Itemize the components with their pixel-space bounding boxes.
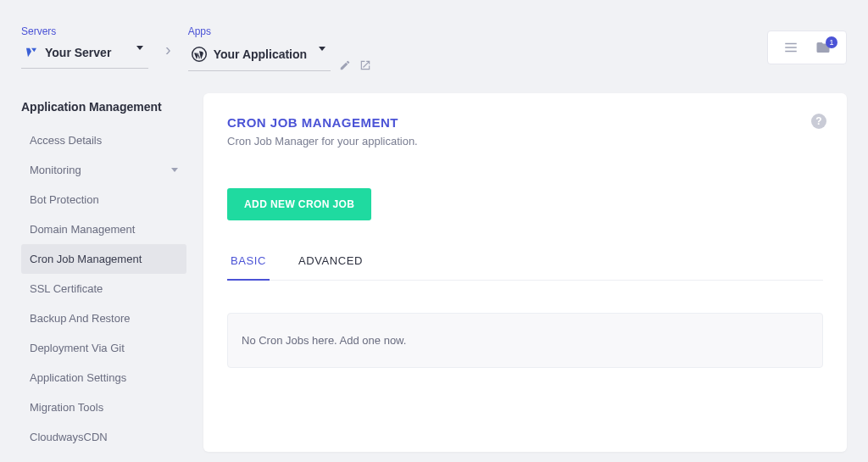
chevron-down-icon [171, 168, 178, 172]
sidebar-item-bot-protection[interactable]: Bot Protection [21, 185, 186, 214]
sidebar-item-label: Bot Protection [30, 193, 99, 206]
wordpress-icon [192, 47, 207, 62]
folder-notifications-icon[interactable]: 1 [815, 40, 831, 55]
sidebar-item-label: Migration Tools [30, 401, 103, 414]
app-tools [339, 59, 371, 71]
list-view-icon[interactable] [783, 40, 798, 55]
caret-down-icon [319, 47, 326, 51]
empty-state-message: No Cron Jobs here. Add one now. [242, 334, 406, 347]
sidebar-item-label: Cron Job Management [30, 253, 142, 265]
open-app-external-icon[interactable] [359, 59, 371, 71]
sidebar-item-application-settings[interactable]: Application Settings [21, 363, 186, 392]
servers-breadcrumb: Servers Your Server [21, 25, 148, 69]
sidebar: Application Management Access Details Mo… [21, 80, 186, 452]
tabs: BASIC ADVANCED [227, 254, 823, 281]
app-name: Your Application [214, 47, 307, 61]
server-name: Your Server [45, 46, 111, 59]
sidebar-item-migration-tools[interactable]: Migration Tools [21, 392, 186, 422]
sidebar-item-label: Monitoring [30, 164, 81, 176]
sidebar-item-deployment-git[interactable]: Deployment Via Git [21, 333, 186, 363]
caret-down-icon [136, 46, 143, 50]
sidebar-title: Application Management [21, 100, 186, 114]
sidebar-item-label: Deployment Via Git [30, 342, 125, 354]
card-subtitle: Cron Job Manager for your application. [227, 135, 823, 148]
card-title: CRON JOB MANAGEMENT [227, 115, 823, 130]
apps-label: Apps [188, 25, 371, 37]
help-icon[interactable]: ? [811, 114, 826, 129]
servers-label: Servers [21, 25, 148, 37]
breadcrumb-chevron-icon: › [165, 41, 171, 58]
breadcrumb-bar: Servers Your Server › Apps Your Applicat… [0, 0, 868, 80]
sidebar-item-cron-job-management[interactable]: Cron Job Management [21, 244, 186, 274]
server-selector[interactable]: Your Server [21, 42, 148, 69]
tab-advanced[interactable]: ADVANCED [295, 254, 366, 280]
sidebar-item-label: CloudwaysCDN [30, 431, 108, 443]
notification-badge: 1 [826, 36, 837, 48]
tab-basic[interactable]: BASIC [227, 254, 270, 281]
app-selector[interactable]: Your Application [188, 43, 331, 71]
apps-breadcrumb: Apps Your Application [188, 25, 371, 71]
sidebar-item-label: Backup And Restore [30, 312, 131, 325]
sidebar-item-backup-restore[interactable]: Backup And Restore [21, 303, 186, 333]
sidebar-item-ssl-certificate[interactable]: SSL Certificate [21, 274, 186, 303]
vultr-provider-icon [25, 46, 38, 59]
sidebar-item-monitoring[interactable]: Monitoring [21, 155, 186, 185]
sidebar-item-cloudways-cdn[interactable]: CloudwaysCDN [21, 422, 186, 452]
empty-state: No Cron Jobs here. Add one now. [227, 313, 823, 368]
content-card: ? CRON JOB MANAGEMENT Cron Job Manager f… [203, 93, 847, 452]
add-cron-job-button[interactable]: ADD NEW CRON JOB [227, 188, 371, 220]
sidebar-item-access-details[interactable]: Access Details [21, 125, 186, 155]
main-area: Application Management Access Details Mo… [0, 80, 868, 452]
sidebar-item-label: Application Settings [30, 371, 126, 384]
sidebar-item-label: Access Details [30, 134, 102, 147]
sidebar-item-domain-management[interactable]: Domain Management [21, 214, 186, 244]
sidebar-item-label: SSL Certificate [30, 282, 103, 295]
top-right-toolbar: 1 [767, 31, 847, 64]
sidebar-item-label: Domain Management [30, 223, 135, 236]
edit-app-icon[interactable] [339, 59, 351, 71]
